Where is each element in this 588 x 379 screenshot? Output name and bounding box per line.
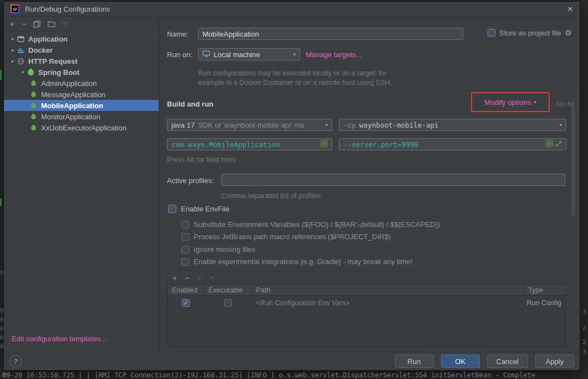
run-on-help-line1: Run configurations may be executed local… (198, 69, 387, 77)
chevron-down-icon[interactable]: ▾ (19, 69, 27, 75)
cancel-button[interactable]: Cancel (487, 355, 528, 368)
dialog-footer: ? Run OK Cancel Apply (4, 352, 580, 370)
copy-configuration-icon[interactable] (33, 21, 40, 28)
jre-combobox[interactable]: java 17 SDK of 'waynboot-mobile-api' mo … (167, 119, 332, 131)
column-header-path[interactable]: Path (252, 285, 524, 295)
add-configuration-icon[interactable]: + (10, 20, 14, 28)
tree-item-admin-application[interactable]: AdminApplication (4, 78, 159, 89)
cp-flag: -cp (343, 121, 356, 129)
tree-item-label: MobileApplication (41, 102, 103, 110)
tree-item-mobile-application-selected[interactable]: MobileApplication (4, 100, 159, 111)
substitute-env-vars-checkbox[interactable] (181, 221, 189, 229)
chevron-right-icon[interactable]: ▸ (9, 36, 17, 42)
move-to-folder-icon[interactable] (48, 21, 55, 27)
name-input[interactable]: MobileApplication (198, 28, 463, 40)
scrollbar-thumb[interactable] (571, 105, 575, 216)
tree-item-application[interactable]: ▸ Application (4, 33, 159, 44)
sort-configurations-icon[interactable] (63, 21, 69, 27)
tree-item-label: MessageApplication (41, 90, 105, 99)
active-profiles-input[interactable] (221, 174, 565, 186)
process-path-macro-checkbox-row[interactable]: Process JetBrains path macro references … (181, 233, 391, 241)
process-path-macro-checkbox[interactable] (181, 233, 189, 241)
ignore-missing-files-checkbox[interactable] (181, 246, 189, 254)
remove-env-file-icon[interactable]: − (185, 274, 189, 282)
spring-boot-config-icon (29, 79, 38, 88)
run-on-help-line2: example in a Docker Container or on a re… (198, 79, 392, 87)
remove-configuration-icon[interactable]: − (22, 20, 26, 28)
tree-item-docker[interactable]: ▸ Docker (4, 44, 159, 55)
list-icon[interactable] (546, 140, 553, 149)
run-button[interactable]: Run (395, 355, 434, 368)
chevron-right-icon[interactable]: ▸ (9, 47, 17, 53)
main-class-input[interactable]: com.wayn.MobileApplication (167, 138, 332, 150)
substitute-env-vars-checkbox-row[interactable]: Substitute Environment Variables (${FOO}… (181, 220, 440, 229)
envfile-table: Enabled Executable Path Type ✓ <Run Conf… (167, 284, 566, 347)
enable-envfile-checkbox[interactable] (168, 205, 176, 213)
add-env-file-icon[interactable]: + (173, 274, 177, 282)
envfile-table-header: Enabled Executable Path Type (167, 284, 566, 296)
gear-icon[interactable]: ⚙ (565, 28, 572, 37)
modify-options-annotation-box: Modify options ▾ (471, 92, 550, 112)
move-down-icon[interactable]: ▼ (209, 276, 214, 280)
enable-envfile-label: Enable EnvFile (181, 205, 229, 213)
editor-gutter-change-bar (0, 199, 2, 206)
tree-item-xxljob-executor-application[interactable]: XxlJobExecutorApplication (4, 122, 159, 133)
experimental-integrations-checkbox-row[interactable]: Enable experimental integrations (e.g. G… (181, 257, 413, 266)
ok-button[interactable]: OK (441, 355, 480, 368)
spring-boot-config-icon (29, 90, 38, 99)
sidebar-toolbar: + − (4, 17, 159, 32)
spring-boot-config-icon (29, 124, 38, 132)
jdk-value: java 17 (171, 121, 195, 129)
ignore-missing-files-checkbox-row[interactable]: Ignore missing files (181, 245, 255, 254)
classpath-module-combobox[interactable]: -cp waynboot-mobile-api ▾ (339, 119, 566, 131)
column-header-type[interactable]: Type (524, 285, 566, 295)
tree-item-http-request[interactable]: ▸ HTTP Request (4, 55, 159, 67)
close-icon[interactable]: × (567, 4, 573, 14)
row-executable-checkbox[interactable] (224, 299, 232, 307)
store-as-project-file-group: Store as project file ⚙ (488, 28, 572, 37)
section-separator (159, 90, 580, 91)
tree-item-monitor-application[interactable]: MonitorApplication (4, 111, 159, 122)
spring-boot-config-icon (29, 102, 38, 110)
enable-envfile-checkbox-row[interactable]: Enable EnvFile (168, 205, 229, 213)
vertical-scrollbar (571, 90, 575, 352)
row-enabled-checkbox[interactable]: ✓ (182, 299, 190, 307)
active-profiles-label: Active profiles: (167, 176, 214, 185)
tree-item-label: Spring Boot (38, 68, 79, 77)
application-type-icon (17, 35, 25, 43)
cp-value: waynboot-mobile-api (359, 121, 439, 129)
run-on-combobox[interactable]: Local machine ▾ (198, 48, 300, 60)
dialog-titlebar[interactable]: IJ Run/Debug Configurations × (4, 2, 580, 17)
tree-item-spring-boot[interactable]: ▾ Spring Boot (4, 67, 159, 78)
manage-targets-link[interactable]: Manage targets... (306, 50, 362, 59)
envfile-table-toolbar: + − ▲ ▼ (167, 271, 566, 284)
docker-type-icon (17, 46, 25, 54)
configurations-sidebar: + − ▸ Application (4, 17, 159, 352)
apply-button[interactable]: Apply (535, 355, 574, 368)
help-button[interactable]: ? (9, 355, 22, 367)
experimental-integrations-checkbox[interactable] (181, 258, 189, 266)
list-icon[interactable] (321, 140, 328, 149)
experimental-integrations-label: Enable experimental integrations (e.g. G… (194, 257, 413, 266)
tree-item-label: MonitorApplication (41, 113, 100, 121)
column-header-enabled[interactable]: Enabled (168, 285, 204, 295)
edit-configuration-templates-link[interactable]: Edit configuration templates... (4, 329, 159, 352)
tree-item-message-application[interactable]: MessageApplication (4, 89, 159, 100)
alt-hint-text: Press Alt for field hints (167, 156, 236, 164)
spring-boot-type-icon (27, 68, 35, 77)
envfile-table-row[interactable]: ✓ <Run Configuration Env Vars> Run Confi… (168, 296, 566, 310)
column-header-executable[interactable]: Executable (204, 285, 252, 295)
store-as-project-file-checkbox[interactable] (488, 29, 495, 37)
run-on-label: Run on: (167, 50, 192, 59)
move-up-icon[interactable]: ▲ (197, 276, 201, 280)
chevron-down-icon: ▾ (293, 52, 296, 57)
expand-field-icon[interactable] (555, 140, 562, 149)
program-arguments-input[interactable]: --server.port=9998 (339, 138, 566, 150)
build-and-run-section-title: Build and run (167, 100, 214, 108)
row-path-cell: <Run Configuration Env Vars> (252, 299, 524, 307)
configuration-editor-panel: Name: MobileApplication Store as project… (159, 17, 580, 352)
modify-options-link[interactable]: Modify options (484, 98, 531, 107)
editor-gutter-change-bar (0, 70, 2, 80)
chevron-right-icon[interactable]: ▸ (9, 58, 17, 64)
run-debug-configurations-dialog: IJ Run/Debug Configurations × + − (3, 1, 580, 371)
